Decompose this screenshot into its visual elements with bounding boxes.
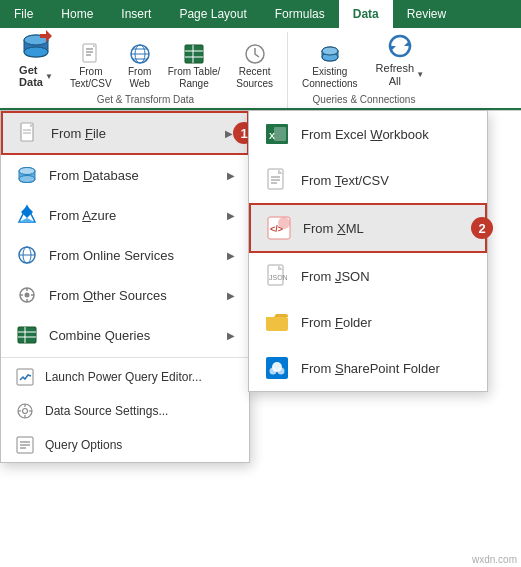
from-database-arrow: ▶ (227, 170, 235, 181)
combine-queries-label: Combine Queries (49, 328, 227, 343)
from-database-icon (15, 163, 39, 187)
from-table-range-button[interactable]: From Table/Range (162, 40, 227, 92)
tab-data[interactable]: Data (339, 0, 393, 28)
svg-rect-57 (274, 127, 286, 141)
get-data-arrow: ▼ (45, 72, 53, 81)
right-submenu: X From Excel Workbook From Text/CSV </> (248, 110, 488, 392)
from-online-services-label: From Online Services (49, 248, 227, 263)
menu-separator-1 (1, 357, 249, 358)
svg-point-70 (278, 368, 285, 375)
launch-pqe-icon (15, 367, 35, 387)
existing-connections-label: ExistingConnections (302, 66, 358, 90)
menu-item-from-database[interactable]: From Database ▶ (1, 155, 249, 195)
data-source-settings-item[interactable]: Data Source Settings... (1, 394, 249, 428)
refresh-all-label: RefreshAll (376, 62, 415, 88)
combine-queries-arrow: ▶ (227, 330, 235, 341)
from-json-label: From JSON (301, 269, 370, 284)
existing-connections-button[interactable]: ExistingConnections (296, 40, 364, 92)
svg-point-27 (19, 168, 35, 175)
svg-point-35 (25, 293, 30, 298)
recent-sources-label: RecentSources (236, 66, 273, 90)
from-online-services-arrow: ▶ (227, 250, 235, 261)
ribbon-content: GetData ▼ FromTe (0, 28, 521, 110)
from-excel-icon: X (263, 120, 291, 148)
from-text-label: From Text/CSV (301, 173, 389, 188)
from-text-csv-icon (79, 42, 103, 66)
from-other-sources-arrow: ▶ (227, 290, 235, 301)
svg-rect-44 (17, 369, 33, 385)
from-folder-item[interactable]: From Folder (249, 299, 487, 345)
get-data-group-label: Get & Transform Data (97, 92, 194, 108)
refresh-all-arrow: ▼ (416, 70, 424, 79)
connections-buttons: ExistingConnections RefreshAll ▼ (296, 26, 432, 92)
from-sharepoint-folder-label: From SharePoint Folder (301, 361, 440, 376)
svg-point-69 (270, 368, 277, 375)
from-table-label: From Table/Range (168, 66, 221, 90)
from-azure-label: From Azure (49, 208, 227, 223)
menu-item-from-other-sources[interactable]: From Other Sources ▶ (1, 275, 249, 315)
launch-pqe-item[interactable]: Launch Power Query Editor... (1, 360, 249, 394)
from-web-icon (128, 42, 152, 66)
from-json-item[interactable]: JSON From JSON (249, 253, 487, 299)
connections-group-label: Queries & Connections (313, 92, 416, 108)
from-excel-label: From Excel Workbook (301, 127, 429, 142)
ribbon: File Home Insert Page Layout Formulas Da… (0, 0, 521, 111)
from-web-label: FromWeb (128, 66, 151, 90)
refresh-all-button[interactable]: RefreshAll ▼ (368, 26, 432, 92)
data-source-settings-icon (15, 401, 35, 421)
from-online-services-icon (15, 243, 39, 267)
from-other-sources-label: From Other Sources (49, 288, 227, 303)
watermark: wxdn.com (472, 554, 517, 565)
from-xml-icon: </> (265, 214, 293, 242)
recent-sources-icon (243, 42, 267, 66)
from-text-csv-button[interactable]: FromText/CSV (64, 40, 118, 92)
from-xml-badge: 2 (471, 217, 493, 239)
recent-sources-button[interactable]: RecentSources (230, 40, 279, 92)
query-options-item[interactable]: Query Options (1, 428, 249, 462)
ribbon-buttons-row: GetData ▼ FromTe (12, 24, 279, 92)
tab-review[interactable]: Review (393, 0, 460, 28)
svg-marker-21 (390, 46, 396, 52)
get-data-button[interactable]: GetData ▼ (12, 24, 60, 92)
from-json-icon: JSON (263, 262, 291, 290)
svg-point-26 (19, 176, 35, 183)
menu-item-combine-queries[interactable]: Combine Queries ▶ (1, 315, 249, 355)
svg-marker-29 (21, 206, 33, 218)
svg-rect-40 (18, 327, 36, 343)
from-table-icon (182, 42, 206, 66)
from-excel-workbook-item[interactable]: X From Excel Workbook (249, 111, 487, 157)
from-text-icon (263, 166, 291, 194)
svg-marker-20 (404, 40, 410, 46)
from-sharepoint-icon (263, 354, 291, 382)
menu-item-from-online-services[interactable]: From Online Services ▶ (1, 235, 249, 275)
connections-group: ExistingConnections RefreshAll ▼ (288, 32, 440, 108)
from-xml-item[interactable]: </> From XML 2 (249, 203, 487, 253)
menu-item-from-azure[interactable]: From Azure ▶ (1, 195, 249, 235)
from-sharepoint-folder-item[interactable]: From SharePoint Folder (249, 345, 487, 391)
from-file-arrow: ▶ (225, 128, 233, 139)
get-data-icon (18, 28, 54, 64)
left-dropdown-menu: From File ▶ 1 From Database ▶ From Azure… (0, 110, 250, 463)
from-text-csv-label: FromText/CSV (70, 66, 112, 90)
get-data-label: GetData (19, 64, 43, 88)
data-source-settings-label: Data Source Settings... (45, 404, 168, 418)
combine-queries-icon (15, 323, 39, 347)
from-other-sources-icon (15, 283, 39, 307)
menu-item-from-file[interactable]: From File ▶ 1 (1, 111, 249, 155)
from-folder-icon (263, 308, 291, 336)
from-database-label: From Database (49, 168, 227, 183)
from-text-csv-item[interactable]: From Text/CSV (249, 157, 487, 203)
from-azure-icon (15, 203, 39, 227)
from-xml-label: From XML (303, 221, 364, 236)
from-folder-label: From Folder (301, 315, 372, 330)
from-file-label: From File (51, 126, 225, 141)
svg-rect-12 (185, 45, 203, 63)
svg-point-64 (278, 217, 290, 229)
svg-point-1 (24, 47, 48, 57)
existing-connections-icon (318, 42, 342, 66)
from-azure-arrow: ▶ (227, 210, 235, 221)
from-web-button[interactable]: FromWeb (122, 40, 158, 92)
svg-text:JSON: JSON (269, 274, 288, 281)
refresh-all-icon (384, 30, 416, 62)
query-options-icon (15, 435, 35, 455)
